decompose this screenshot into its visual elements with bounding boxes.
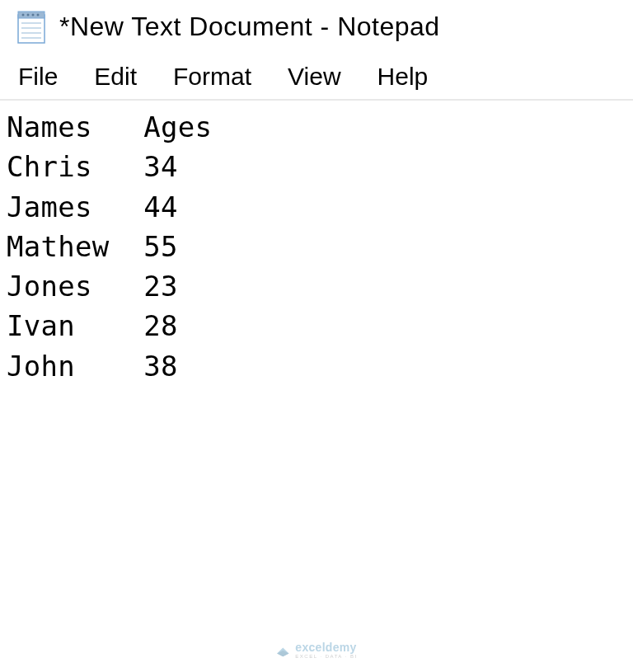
window-title: *New Text Document - Notepad: [59, 12, 440, 42]
menu-edit[interactable]: Edit: [76, 59, 155, 94]
svg-point-3: [27, 14, 30, 16]
watermark-logo-icon: [275, 643, 290, 658]
watermark-brand: exceldemy: [295, 641, 357, 653]
notepad-icon: [15, 8, 48, 45]
svg-rect-0: [18, 15, 45, 43]
svg-point-4: [32, 14, 35, 16]
titlebar: *New Text Document - Notepad: [0, 0, 633, 54]
watermark-tagline: EXCEL · DATA · BI: [295, 654, 357, 659]
svg-point-2: [22, 14, 25, 16]
menu-file[interactable]: File: [10, 59, 76, 94]
svg-point-5: [37, 14, 40, 16]
watermark: exceldemy EXCEL · DATA · BI: [275, 641, 357, 659]
menu-format[interactable]: Format: [155, 59, 270, 94]
menu-help[interactable]: Help: [359, 59, 447, 94]
text-editor-content[interactable]: Names Ages Chris 34 James 44 Mathew 55 J…: [0, 101, 633, 386]
watermark-text: exceldemy EXCEL · DATA · BI: [295, 641, 357, 659]
menubar: File Edit Format View Help: [0, 54, 633, 101]
menu-view[interactable]: View: [270, 59, 359, 94]
